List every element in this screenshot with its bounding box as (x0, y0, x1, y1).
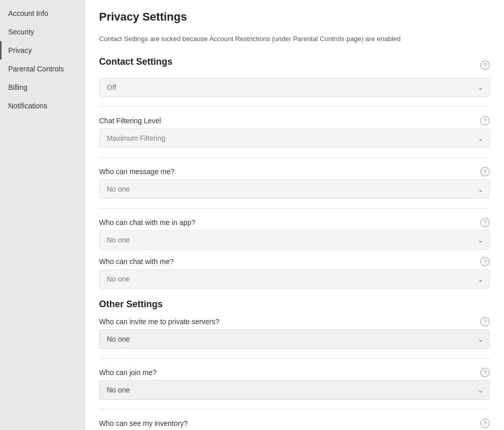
who-chat-with-me-label: Who can chat with me? (99, 257, 174, 266)
who-invite-servers-select-wrapper: No one Friends Everyone ⌄ (99, 329, 490, 349)
who-invite-servers-row: Who can invite me to private servers? ? … (99, 317, 490, 349)
who-message-me-help-icon[interactable]: ? (480, 167, 490, 176)
other-settings-section: Other Settings Who can invite me to priv… (99, 299, 490, 431)
contact-setting-select[interactable]: Off Friends Everyone (99, 78, 490, 97)
who-invite-servers-help-icon[interactable]: ? (480, 317, 490, 326)
chat-filtering-help-icon[interactable]: ? (480, 116, 490, 125)
who-join-me-label: Who can join me? (99, 368, 157, 377)
who-join-me-help-icon[interactable]: ? (480, 368, 490, 377)
other-settings-title: Other Settings (99, 299, 490, 310)
chat-filtering-select[interactable]: No Filtering Low Filtering Medium Filter… (99, 128, 490, 148)
who-chat-in-app-label: Who can chat with me in app? (99, 218, 196, 227)
who-join-me-row: Who can join me? ? No one Friends Everyo… (99, 368, 490, 400)
who-join-me-label-row: Who can join me? ? (99, 368, 490, 377)
who-message-me-select[interactable]: No one Friends Everyone (99, 179, 490, 199)
who-message-me-select-wrapper: No one Friends Everyone ⌄ (99, 179, 490, 199)
who-see-inventory-row: Who can see my inventory? ? No one Frien… (99, 419, 490, 431)
contact-setting-row: Off Friends Everyone ⌄ (99, 78, 490, 97)
who-invite-servers-label-row: Who can invite me to private servers? ? (99, 317, 490, 326)
who-chat-with-me-select[interactable]: No one Friends Everyone (99, 269, 490, 289)
page-title: Privacy Settings (99, 10, 490, 24)
who-see-inventory-label: Who can see my inventory? (99, 419, 188, 427)
who-join-me-select[interactable]: No one Friends Everyone (99, 380, 490, 400)
contact-settings-section: Contact Settings ? Off Friends Everyone … (99, 57, 490, 289)
sidebar-item-account-info[interactable]: Account Info (0, 4, 84, 23)
who-message-me-row: Who can message me? ? No one Friends Eve… (99, 167, 490, 199)
who-invite-servers-select[interactable]: No one Friends Everyone (99, 329, 490, 349)
contact-settings-title: Contact Settings (99, 57, 172, 67)
who-chat-with-me-label-row: Who can chat with me? ? (99, 257, 490, 266)
sidebar: Account Info Security Privacy Parental C… (0, 0, 85, 430)
who-chat-in-app-select-wrapper: No one Friends Everyone ⌄ (99, 230, 490, 250)
who-chat-with-me-row: Who can chat with me? ? No one Friends E… (99, 257, 490, 289)
divider-3 (99, 208, 490, 209)
who-chat-in-app-select[interactable]: No one Friends Everyone (99, 230, 490, 250)
who-chat-in-app-label-row: Who can chat with me in app? ? (99, 218, 490, 227)
who-see-inventory-help-icon[interactable]: ? (480, 419, 490, 428)
sidebar-item-security[interactable]: Security (0, 23, 84, 41)
who-message-me-label: Who can message me? (99, 167, 175, 176)
divider-4 (99, 358, 490, 359)
sidebar-item-parental-controls[interactable]: Parental Controls (0, 60, 84, 78)
chat-filtering-label: Chat Filtering Level (99, 117, 161, 125)
chat-filtering-label-row: Chat Filtering Level ? (99, 116, 490, 125)
sidebar-item-privacy[interactable]: Privacy (0, 41, 84, 60)
who-join-me-select-wrapper: No one Friends Everyone ⌄ (99, 380, 490, 400)
chat-filtering-select-wrapper: No Filtering Low Filtering Medium Filter… (99, 128, 490, 148)
sidebar-item-notifications[interactable]: Notifications (0, 97, 84, 115)
who-chat-in-app-help-icon[interactable]: ? (480, 218, 490, 227)
who-invite-servers-label: Who can invite me to private servers? (99, 317, 219, 326)
sidebar-item-billing[interactable]: Billing (0, 78, 84, 97)
contact-settings-help-icon[interactable]: ? (480, 61, 490, 70)
who-chat-with-me-help-icon[interactable]: ? (480, 257, 490, 266)
who-message-me-label-row: Who can message me? ? (99, 167, 490, 176)
who-see-inventory-label-row: Who can see my inventory? ? (99, 419, 490, 428)
divider-2 (99, 157, 490, 158)
contact-settings-header: Contact Settings ? (99, 57, 490, 74)
lock-notice: Contact Settings are locked because Acco… (99, 34, 490, 44)
who-chat-with-me-select-wrapper: No one Friends Everyone ⌄ (99, 269, 490, 289)
main-content: Privacy Settings Contact Settings are lo… (85, 0, 504, 430)
who-chat-in-app-row: Who can chat with me in app? ? No one Fr… (99, 218, 490, 250)
divider-5 (99, 409, 490, 409)
contact-setting-select-wrapper: Off Friends Everyone ⌄ (99, 78, 490, 97)
chat-filtering-row: Chat Filtering Level ? No Filtering Low … (99, 116, 490, 148)
divider-1 (99, 106, 490, 107)
